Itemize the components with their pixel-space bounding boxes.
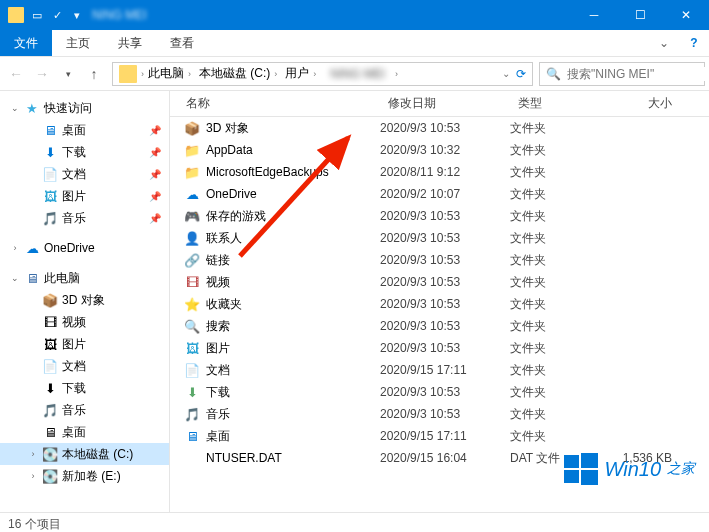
sidebar-item-document-3[interactable]: 📄文档 xyxy=(0,355,169,377)
sidebar-item-download-4[interactable]: ⬇下载 xyxy=(0,377,169,399)
sidebar-item-music[interactable]: 🎵音乐📌 xyxy=(0,207,169,229)
ribbon-tabs: 文件 主页 共享 查看 ⌄ ? xyxy=(0,30,709,57)
qat-properties-icon[interactable]: ▭ xyxy=(30,8,44,22)
music-icon: 🎵 xyxy=(42,210,58,226)
tab-view[interactable]: 查看 xyxy=(156,30,208,56)
crumb-drive-c[interactable]: 本地磁盘 (C:)› xyxy=(195,65,281,82)
forward-button[interactable]: → xyxy=(30,62,54,86)
expand-icon[interactable]: › xyxy=(10,243,20,253)
file-date: 2020/9/3 10:53 xyxy=(380,253,510,267)
column-date[interactable]: 修改日期 xyxy=(380,95,510,112)
svg-rect-2 xyxy=(581,453,598,468)
document-icon: 📄 xyxy=(184,362,200,378)
file-row[interactable]: 📁AppData2020/9/3 10:32文件夹 xyxy=(170,139,709,161)
sidebar-item-music-5[interactable]: 🎵音乐 xyxy=(0,399,169,421)
file-row[interactable]: ☁OneDrive2020/9/2 10:07文件夹 xyxy=(170,183,709,205)
navigation-bar: ← → ▾ ↑ › 此电脑› 本地磁盘 (C:)› 用户› NING MEI ›… xyxy=(0,57,709,91)
item-count: 16 个项目 xyxy=(8,516,61,533)
file-row[interactable]: 🎞视频2020/9/3 10:53文件夹 xyxy=(170,271,709,293)
minimize-button[interactable]: ─ xyxy=(571,0,617,30)
help-button[interactable]: ? xyxy=(679,30,709,56)
file-row[interactable]: 📦3D 对象2020/9/3 10:53文件夹 xyxy=(170,117,709,139)
search-input[interactable] xyxy=(567,67,709,81)
file-type: 文件夹 xyxy=(510,230,600,247)
file-row[interactable]: 🔗链接2020/9/3 10:53文件夹 xyxy=(170,249,709,271)
sidebar-item-document[interactable]: 📄文档📌 xyxy=(0,163,169,185)
file-name: 下载 xyxy=(206,384,230,401)
up-button[interactable]: ↑ xyxy=(82,62,106,86)
sidebar-quick-access[interactable]: ⌄ ★ 快速访问 xyxy=(0,97,169,119)
window-titlebar: ▭ ✓ ▾ NING MEI ─ ☐ ✕ xyxy=(0,0,709,30)
sidebar-item-download[interactable]: ⬇下载📌 xyxy=(0,141,169,163)
file-name: 保存的游戏 xyxy=(206,208,266,225)
refresh-icon[interactable]: ⟳ xyxy=(516,67,526,81)
file-row[interactable]: 🖼图片2020/9/3 10:53文件夹 xyxy=(170,337,709,359)
close-button[interactable]: ✕ xyxy=(663,0,709,30)
ribbon-expand-icon[interactable]: ⌄ xyxy=(649,30,679,56)
file-type: 文件夹 xyxy=(510,340,600,357)
sidebar-item-3d-0[interactable]: 📦3D 对象 xyxy=(0,289,169,311)
file-row[interactable]: 🎮保存的游戏2020/9/3 10:53文件夹 xyxy=(170,205,709,227)
3d-icon: 📦 xyxy=(42,292,58,308)
contacts-icon: 👤 xyxy=(184,230,200,246)
video-icon: 🎞 xyxy=(42,314,58,330)
tab-home[interactable]: 主页 xyxy=(52,30,104,56)
sidebar-item-drive-7[interactable]: ›💽本地磁盘 (C:) xyxy=(0,443,169,465)
maximize-button[interactable]: ☐ xyxy=(617,0,663,30)
expand-icon[interactable]: › xyxy=(28,471,38,481)
back-button[interactable]: ← xyxy=(4,62,28,86)
cloud-icon: ☁ xyxy=(24,240,40,256)
search-icon: 🔍 xyxy=(546,67,561,81)
tab-share[interactable]: 共享 xyxy=(104,30,156,56)
navigation-pane[interactable]: ⌄ ★ 快速访问 🖥桌面📌⬇下载📌📄文档📌🖼图片📌🎵音乐📌 › ☁ OneDri… xyxy=(0,91,170,512)
download-icon: ⬇ xyxy=(184,384,200,400)
sidebar-item-video-1[interactable]: 🎞视频 xyxy=(0,311,169,333)
qat-newfolder-icon[interactable]: ✓ xyxy=(50,8,64,22)
expand-icon[interactable]: › xyxy=(28,449,38,459)
sidebar-onedrive[interactable]: › ☁ OneDrive xyxy=(0,237,169,259)
column-size[interactable]: 大小 xyxy=(600,95,680,112)
windows-logo-icon xyxy=(564,452,598,486)
file-row[interactable]: ⬇下载2020/9/3 10:53文件夹 xyxy=(170,381,709,403)
crumb-users[interactable]: 用户› xyxy=(281,65,320,82)
sidebar-this-pc[interactable]: ⌄ 🖥 此电脑 xyxy=(0,267,169,289)
crumb-thispc[interactable]: 此电脑› xyxy=(144,65,195,82)
address-bar[interactable]: › 此电脑› 本地磁盘 (C:)› 用户› NING MEI › ⌄ ⟳ xyxy=(112,62,533,86)
file-tab[interactable]: 文件 xyxy=(0,30,52,56)
file-type: 文件夹 xyxy=(510,406,600,423)
file-row[interactable]: 📁MicrosoftEdgeBackups2020/8/11 9:12文件夹 xyxy=(170,161,709,183)
column-headers[interactable]: 名称 修改日期 类型 大小 xyxy=(170,91,709,117)
sidebar-item-drive-8[interactable]: ›💽新加卷 (E:) xyxy=(0,465,169,487)
address-dropdown-icon[interactable]: ⌄ xyxy=(502,68,510,79)
file-date: 2020/9/3 10:32 xyxy=(380,143,510,157)
collapse-icon[interactable]: ⌄ xyxy=(10,273,20,283)
crumb-username[interactable]: NING MEI xyxy=(320,67,395,81)
column-type[interactable]: 类型 xyxy=(510,95,600,112)
chevron-right-icon[interactable]: › xyxy=(395,69,398,79)
file-row[interactable]: 🎵音乐2020/9/3 10:53文件夹 xyxy=(170,403,709,425)
pc-icon: 🖥 xyxy=(24,270,40,286)
sidebar-item-desktop[interactable]: 🖥桌面📌 xyxy=(0,119,169,141)
column-name[interactable]: 名称 xyxy=(170,95,380,112)
file-row[interactable]: ⭐收藏夹2020/9/3 10:53文件夹 xyxy=(170,293,709,315)
sidebar-item-pictures-2[interactable]: 🖼图片 xyxy=(0,333,169,355)
file-row[interactable]: 🔍搜索2020/9/3 10:53文件夹 xyxy=(170,315,709,337)
pin-icon: 📌 xyxy=(149,213,161,224)
file-date: 2020/9/3 10:53 xyxy=(380,209,510,223)
file-row[interactable]: 🖥桌面2020/9/15 17:11文件夹 xyxy=(170,425,709,447)
search-box[interactable]: 🔍 xyxy=(539,62,705,86)
pin-icon: 📌 xyxy=(149,191,161,202)
collapse-icon[interactable]: ⌄ xyxy=(10,103,20,113)
sidebar-item-pictures[interactable]: 🖼图片📌 xyxy=(0,185,169,207)
file-row[interactable]: 👤联系人2020/9/3 10:53文件夹 xyxy=(170,227,709,249)
desktop-icon: 🖥 xyxy=(42,122,58,138)
recent-locations-icon[interactable]: ▾ xyxy=(56,62,80,86)
file-row[interactable]: 📄文档2020/9/15 17:11文件夹 xyxy=(170,359,709,381)
video-icon: 🎞 xyxy=(184,274,200,290)
sidebar-item-desktop-6[interactable]: 🖥桌面 xyxy=(0,421,169,443)
links-icon: 🔗 xyxy=(184,252,200,268)
quick-access-toolbar: ▭ ✓ ▾ xyxy=(0,7,84,23)
file-name: 收藏夹 xyxy=(206,296,242,313)
qat-customize-icon[interactable]: ▾ xyxy=(70,8,84,22)
file-name: 3D 对象 xyxy=(206,120,249,137)
